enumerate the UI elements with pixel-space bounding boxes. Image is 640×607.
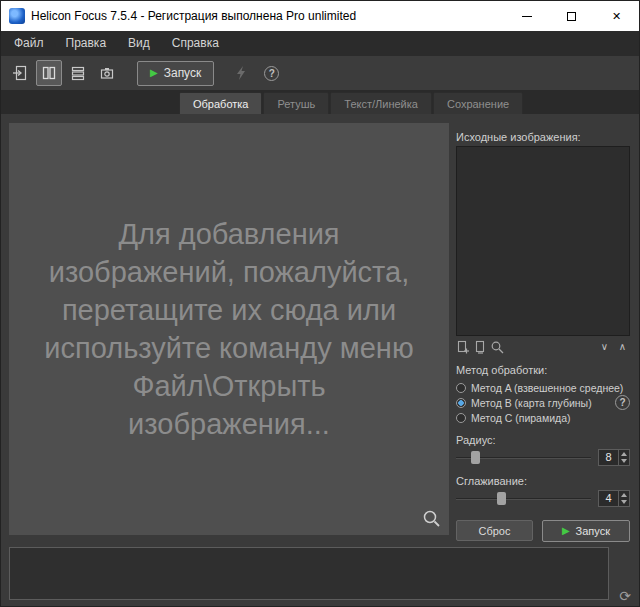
help-icon: ? [619, 397, 625, 408]
open-file-icon [12, 65, 28, 81]
window-controls: ✕ [504, 1, 639, 31]
action-buttons: Сброс ▶ Запуск [456, 520, 630, 542]
drop-hint-line: перетащите их сюда или [62, 291, 396, 329]
remote-control-button[interactable] [234, 65, 248, 81]
drop-hint-line: изображений, пожалуйста, [49, 253, 410, 291]
close-icon: ✕ [612, 11, 621, 22]
view-two-panels-button[interactable] [36, 60, 62, 86]
menu-view[interactable]: Вид [117, 31, 161, 56]
add-file-icon [456, 340, 470, 354]
radio-icon [456, 383, 466, 393]
method-label: Метод обработки: [456, 364, 630, 376]
radius-row: 8 [456, 449, 630, 466]
source-images-list[interactable] [456, 146, 630, 336]
spinner-arrows[interactable] [618, 450, 629, 465]
title-bar: Helicon Focus 7.5.4 - Регистрация выполн… [1, 1, 639, 31]
toolbar: ▶ Запуск ? [1, 56, 639, 90]
method-a-label: Метод A (взвешенное среднее) [471, 382, 623, 394]
smoothing-slider[interactable] [456, 492, 591, 505]
method-a-option[interactable]: Метод A (взвешенное среднее) [456, 381, 630, 395]
radius-spinbox[interactable]: 8 [598, 449, 630, 466]
minimize-button[interactable] [504, 1, 549, 31]
list-toolbar: ∨ ∧ [456, 338, 630, 356]
open-images-button[interactable] [7, 60, 33, 86]
spin-up-icon [621, 493, 627, 497]
tab-save[interactable]: Сохранение [433, 92, 523, 114]
remove-file-icon [473, 340, 487, 354]
help-icon: ? [269, 68, 275, 79]
log-output-area[interactable] [9, 547, 609, 600]
radio-icon [456, 413, 466, 423]
drop-hint-line: изображения... [128, 405, 330, 443]
method-help-button[interactable]: ? [615, 395, 630, 410]
add-image-button[interactable] [456, 340, 470, 354]
toolbar-help-button[interactable]: ? [264, 66, 279, 81]
chevron-up-icon: ∧ [619, 341, 626, 352]
maximize-icon [567, 12, 576, 21]
method-c-label: Метод C (пирамида) [471, 412, 570, 424]
main-area: Для добавления изображений, пожалуйста, … [1, 114, 639, 606]
maximize-button[interactable] [549, 1, 594, 31]
lightning-icon [234, 65, 248, 81]
drop-hint-line: используйте команду меню [44, 329, 413, 367]
refresh-icon: ⟳ [619, 588, 631, 604]
method-c-option[interactable]: Метод C (пирамида) [456, 411, 630, 425]
radius-value: 8 [599, 450, 618, 465]
right-panel: Исходные изображения: [456, 123, 630, 542]
method-options: Метод A (взвешенное среднее) Метод B (ка… [456, 381, 630, 425]
move-down-button[interactable]: ∨ [597, 340, 612, 354]
chevron-down-icon: ∨ [601, 341, 608, 352]
spin-up-icon [621, 452, 627, 456]
tab-retouch[interactable]: Ретушь [263, 92, 329, 114]
slider-handle[interactable] [497, 492, 506, 505]
remove-image-button[interactable] [473, 340, 487, 354]
move-up-button[interactable]: ∧ [615, 340, 630, 354]
radius-slider[interactable] [456, 451, 591, 464]
source-images-label: Исходные изображения: [456, 131, 630, 143]
run-button[interactable]: ▶ Запуск [542, 520, 630, 542]
close-button[interactable]: ✕ [594, 1, 639, 31]
smoothing-value: 4 [599, 491, 618, 506]
reset-button[interactable]: Сброс [456, 520, 533, 541]
smoothing-row: 4 [456, 490, 630, 507]
camera-button[interactable] [94, 60, 120, 86]
rows-icon [70, 65, 86, 81]
menu-edit[interactable]: Правка [55, 31, 118, 56]
camera-icon [99, 65, 115, 81]
tab-bar: Обработка Ретушь Текст/Линейка Сохранени… [1, 90, 639, 114]
app-icon [9, 8, 25, 24]
play-icon: ▶ [150, 68, 158, 78]
app-window: Helicon Focus 7.5.4 - Регистрация выполн… [0, 0, 640, 607]
minimize-icon [522, 16, 532, 17]
view-rows-button[interactable] [65, 60, 91, 86]
tab-text-ruler[interactable]: Текст/Линейка [330, 92, 432, 114]
drop-hint-line: Файл\Открыть [132, 367, 325, 405]
slider-handle[interactable] [471, 451, 480, 464]
menu-bar: Файл Правка Вид Справка [1, 31, 639, 56]
method-b-label: Метод B (карта глубины) [471, 397, 592, 409]
menu-help[interactable]: Справка [161, 31, 230, 56]
play-icon: ▶ [562, 526, 570, 536]
radio-selected-icon [456, 398, 466, 408]
two-panels-icon [41, 65, 57, 81]
method-b-option[interactable]: Метод B (карта глубины) [456, 396, 630, 410]
drop-hint-line: Для добавления [118, 215, 339, 253]
menu-file[interactable]: Файл [3, 31, 55, 56]
zoom-button[interactable] [422, 509, 442, 529]
smoothing-label: Сглаживание: [456, 475, 630, 487]
spin-down-icon [621, 500, 627, 504]
image-drop-zone[interactable]: Для добавления изображений, пожалуйста, … [9, 123, 449, 535]
tab-processing[interactable]: Обработка [179, 92, 262, 114]
magnifier-icon [422, 509, 442, 529]
spinner-arrows[interactable] [618, 491, 629, 506]
search-icon [490, 340, 505, 354]
smoothing-spinbox[interactable]: 4 [598, 490, 630, 507]
window-title: Helicon Focus 7.5.4 - Регистрация выполн… [31, 9, 356, 23]
run-button-label: Запуск [576, 525, 610, 537]
radius-label: Радиус: [456, 434, 630, 446]
preview-image-button[interactable] [490, 340, 505, 354]
toolbar-run-button[interactable]: ▶ Запуск [137, 61, 214, 86]
refresh-status-button[interactable]: ⟳ [619, 588, 631, 604]
toolbar-run-label: Запуск [164, 66, 202, 80]
spin-down-icon [621, 459, 627, 463]
